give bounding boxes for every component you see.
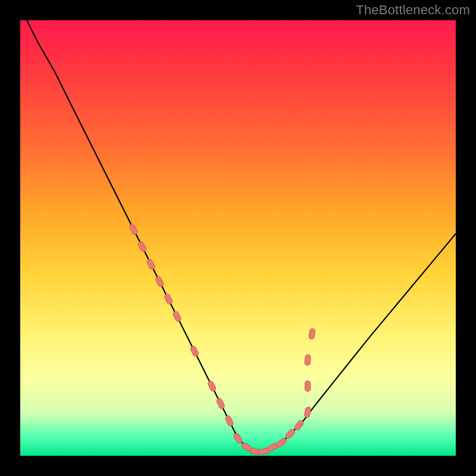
marker-pill bbox=[305, 355, 311, 366]
plot-area bbox=[20, 20, 456, 456]
marker-pill bbox=[146, 258, 156, 270]
watermark-label: TheBottleneck.com bbox=[356, 2, 470, 18]
marker-pill bbox=[275, 437, 287, 448]
sample-markers bbox=[129, 223, 315, 455]
marker-pill bbox=[137, 241, 147, 253]
chart-frame: TheBottleneck.com bbox=[0, 0, 476, 476]
marker-pill bbox=[129, 223, 138, 235]
marker-pill bbox=[216, 397, 226, 409]
marker-pill bbox=[293, 419, 304, 431]
marker-pill bbox=[164, 293, 173, 305]
marker-pill bbox=[172, 311, 181, 322]
marker-pill bbox=[304, 406, 312, 418]
bottleneck-curve bbox=[20, 7, 456, 452]
marker-pill bbox=[308, 328, 315, 339]
marker-pill bbox=[224, 415, 234, 427]
marker-pill bbox=[207, 380, 217, 392]
marker-pill bbox=[305, 381, 311, 392]
marker-pill bbox=[190, 345, 199, 357]
marker-pill bbox=[284, 428, 296, 440]
marker-pill bbox=[233, 433, 243, 444]
marker-pill bbox=[155, 275, 164, 287]
curve-svg bbox=[20, 20, 456, 456]
